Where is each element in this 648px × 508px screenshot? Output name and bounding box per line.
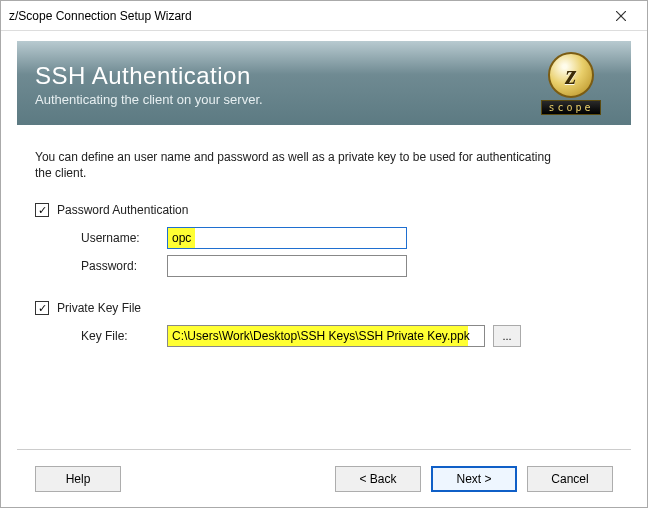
cancel-button[interactable]: Cancel bbox=[527, 466, 613, 492]
window-title: z/Scope Connection Setup Wizard bbox=[9, 9, 598, 23]
username-input[interactable] bbox=[167, 227, 407, 249]
help-button[interactable]: Help bbox=[35, 466, 121, 492]
content: SSH Authentication Authenticating the cl… bbox=[1, 31, 647, 507]
checkbox-icon: ✓ bbox=[35, 203, 49, 217]
private-key-checkbox-row[interactable]: ✓ Private Key File bbox=[35, 301, 613, 315]
logo-circle: z bbox=[548, 52, 594, 98]
password-auth-checkbox-row[interactable]: ✓ Password Authentication bbox=[35, 203, 613, 217]
username-label: Username: bbox=[81, 231, 167, 245]
titlebar: z/Scope Connection Setup Wizard bbox=[1, 1, 647, 31]
password-label: Password: bbox=[81, 259, 167, 273]
browse-button[interactable]: ... bbox=[493, 325, 521, 347]
password-row: Password: bbox=[81, 255, 613, 277]
checkbox-icon: ✓ bbox=[35, 301, 49, 315]
next-button[interactable]: Next > bbox=[431, 466, 517, 492]
keyfile-label: Key File: bbox=[81, 329, 167, 343]
body: You can define an user name and password… bbox=[17, 125, 631, 449]
logo-text: scope bbox=[541, 100, 600, 115]
password-auth-label: Password Authentication bbox=[57, 203, 188, 217]
close-icon bbox=[616, 11, 626, 21]
banner: SSH Authentication Authenticating the cl… bbox=[17, 41, 631, 125]
back-button[interactable]: < Back bbox=[335, 466, 421, 492]
app-logo: z scope bbox=[527, 49, 615, 117]
username-row: Username: bbox=[81, 227, 613, 249]
close-button[interactable] bbox=[598, 2, 643, 30]
keyfile-input[interactable] bbox=[167, 325, 485, 347]
password-input[interactable] bbox=[167, 255, 407, 277]
footer: Help < Back Next > Cancel bbox=[17, 449, 631, 507]
private-key-label: Private Key File bbox=[57, 301, 141, 315]
keyfile-row: Key File: ... bbox=[81, 325, 613, 347]
intro-text: You can define an user name and password… bbox=[35, 149, 555, 181]
wizard-window: z/Scope Connection Setup Wizard SSH Auth… bbox=[0, 0, 648, 508]
